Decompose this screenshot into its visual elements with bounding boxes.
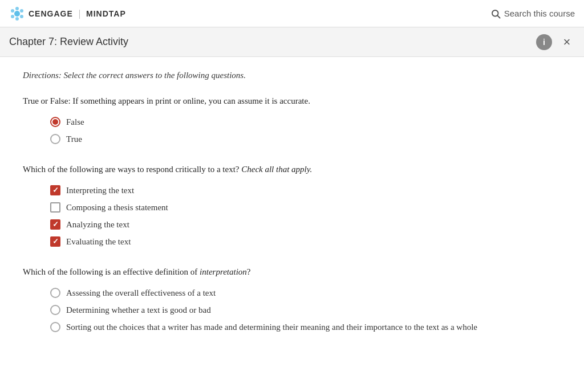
svg-point-0	[14, 11, 20, 17]
q2-checkbox-evaluating[interactable]	[50, 236, 60, 247]
q2-option-evaluating[interactable]: Evaluating the text	[50, 236, 561, 247]
q3-radio-3[interactable]	[50, 322, 60, 332]
brand-divider: |	[79, 9, 80, 19]
search-icon	[490, 9, 501, 19]
chapter-bar: Chapter 7: Review Activity i ×	[0, 27, 584, 57]
q2-option-composing[interactable]: Composing a thesis statement	[50, 202, 561, 213]
mindtap-label: MINDTAP	[86, 9, 126, 18]
q3-label-2: Determining whether a text is good or ba…	[66, 305, 211, 315]
close-button[interactable]: ×	[559, 34, 575, 50]
q3-text-em: interpretation	[200, 267, 247, 276]
svg-point-4	[15, 17, 19, 21]
q2-label-evaluating: Evaluating the text	[66, 237, 131, 247]
q1-label-true: True	[66, 134, 82, 144]
q3-option-1[interactable]: Assessing the overall effectiveness of a…	[50, 288, 561, 298]
q1-radio-true[interactable]	[50, 134, 60, 144]
top-navigation: CENGAGE | MINDTAP Search this course	[0, 0, 584, 27]
svg-point-6	[11, 9, 14, 13]
q1-radio-false[interactable]	[50, 117, 60, 127]
cengage-icon	[9, 6, 25, 22]
q2-label-interpreting: Interpreting the text	[66, 186, 134, 195]
chapter-title: Chapter 7: Review Activity	[9, 36, 128, 48]
svg-line-8	[497, 15, 500, 18]
q3-label-1: Assessing the overall effectiveness of a…	[66, 288, 216, 298]
q1-label-false: False	[66, 117, 84, 127]
question-3: Which of the following is an effective d…	[23, 265, 561, 332]
svg-point-3	[20, 15, 23, 18]
q1-option-false[interactable]: False	[50, 117, 561, 127]
svg-point-1	[15, 7, 19, 10]
svg-point-2	[20, 9, 23, 13]
q3-label-3: Sorting out the choices that a writer ha…	[66, 322, 477, 332]
q2-checkbox-composing[interactable]	[50, 202, 60, 213]
q2-label-composing: Composing a thesis statement	[66, 203, 168, 213]
q3-option-2[interactable]: Determining whether a text is good or ba…	[50, 305, 561, 315]
q2-label-analyzing: Analyzing the text	[66, 220, 129, 230]
cengage-label: CENGAGE	[29, 9, 73, 18]
q2-checkbox-interpreting[interactable]	[50, 185, 60, 195]
search-label: Search this course	[504, 9, 575, 18]
q3-text-prefix: Which of the following is an effective d…	[23, 267, 197, 276]
question-2-text: Which of the following are ways to respo…	[23, 162, 561, 176]
q2-option-analyzing[interactable]: Analyzing the text	[50, 219, 561, 230]
brand-logo: CENGAGE | MINDTAP	[9, 6, 126, 22]
search-area[interactable]: Search this course	[490, 9, 575, 19]
q3-radio-2[interactable]	[50, 305, 60, 315]
q1-option-true[interactable]: True	[50, 134, 561, 144]
q2-checkbox-analyzing[interactable]	[50, 219, 60, 230]
question-1-text: True or False: If something appears in p…	[23, 94, 561, 108]
q2-text-em: Check all that apply.	[241, 165, 312, 174]
info-button[interactable]: i	[536, 34, 552, 50]
chapter-actions: i ×	[536, 34, 575, 50]
question-2: Which of the following are ways to respo…	[23, 162, 561, 247]
q2-option-interpreting[interactable]: Interpreting the text	[50, 185, 561, 195]
q3-text-suffix: ?	[247, 267, 251, 276]
q3-radio-1[interactable]	[50, 288, 60, 298]
question-1: True or False: If something appears in p…	[23, 94, 561, 144]
content-area: Directions: Select the correct answers t…	[0, 57, 584, 364]
q2-text-prefix: Which of the following are ways to respo…	[23, 165, 239, 174]
q3-option-3[interactable]: Sorting out the choices that a writer ha…	[50, 322, 561, 332]
question-3-text: Which of the following is an effective d…	[23, 265, 561, 279]
directions-text: Directions: Select the correct answers t…	[23, 71, 561, 80]
svg-point-5	[11, 15, 14, 18]
